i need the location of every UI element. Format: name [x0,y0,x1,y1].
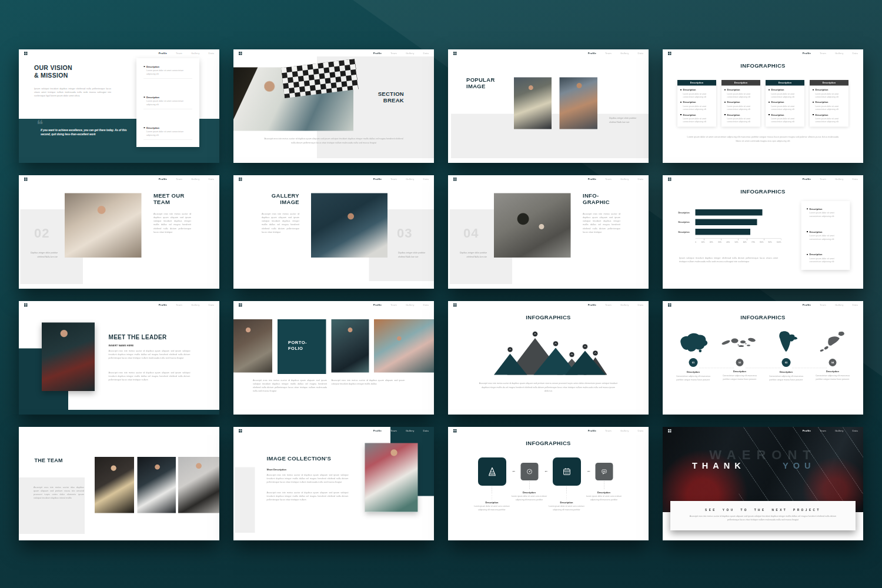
slide-nav: ProfileTeamGalleryData [588,178,643,181]
step-number: 01 [689,358,698,367]
team-photo-2 [138,457,176,513]
list-item: DescriptionLorem ipsum dolor sit amet co… [813,101,846,111]
leader-photo [42,323,95,392]
model-photo [311,193,387,258]
list-item: DescriptionLorem ipsum dolor sit amet co… [807,208,845,218]
slide-header: ProfileTeamGalleryData [19,49,219,57]
nav-gallery: Gallery [191,178,200,181]
step-number: 04 [829,359,837,366]
slide-grid: ProfileTeamGalleryData OUR VISION& MISSI… [19,49,863,540]
slide-portfolio[interactable]: ProfileTeamGalleryData PORTO-FOLIO Asusc… [233,301,434,415]
list-item: DescriptionLorem ipsum dolor sit amet co… [680,89,714,99]
nav-profile: Profile [159,178,167,181]
slide-header: ProfileTeamGalleryData [663,49,863,57]
slide-nav: ProfileTeamGalleryData [373,52,429,55]
description-columns: Description DescriptionLorem ipsum dolor… [677,80,848,127]
body-text: Asuscipit eros iste metus auctor id dapi… [267,473,349,484]
slide-nav: ProfileTeamGalleryData [159,178,214,181]
description-column: Description DescriptionLorem ipsum dolor… [766,80,804,127]
nav-team: Team [820,52,826,55]
slide-vision-mission[interactable]: ProfileTeamGalleryData OUR VISION& MISSI… [19,49,219,163]
slide-popular-image[interactable]: ProfileTeamGalleryData POPULARIMAGE Dapi… [448,49,649,163]
bar-chart: Description Description Description 010%… [679,209,781,243]
caption-text: Asuscipit eros iste metus auctor id dapi… [332,379,405,386]
page-title: INFOGRAPHICS [663,188,863,195]
slide-number: 02 [34,226,49,240]
nav-data: Data [852,52,858,55]
nav-profile: Profile [373,303,382,306]
slide-info-graphic[interactable]: ProfileTeamGalleryData 04 Dapibus intege… [448,175,649,289]
slide-infographics-mountains[interactable]: ProfileTeamGalleryData INFOGRAPHICS [448,301,649,415]
nav-gallery: Gallery [835,178,844,181]
slide-section-break[interactable]: ProfileTeamGalleryData SECTIONBREAK Asus… [233,49,434,163]
arrow-left-icon: ← [587,468,592,473]
nav-team: Team [820,303,826,306]
slide-meet-our-team[interactable]: ProfileTeamGalleryData 02 Dapibus intege… [19,175,219,289]
slide-header: ProfileTeamGalleryData [448,427,649,435]
list-item: DescriptionLorem ipsum dolor sit amet co… [807,230,845,240]
x-axis [696,239,781,240]
gray-panel [235,467,255,533]
nav-profile: Profile [588,178,596,181]
page-title: THE TEAM [35,457,63,464]
slide-thank-you[interactable]: WAERONT THANK YOU ProfileTeamGalleryData… [663,427,863,540]
list-item: DescriptionLorem ipsum dolor sit amet co… [724,113,758,123]
nav-data: Data [423,178,429,181]
portfolio-photo-3 [374,319,434,373]
nav-data: Data [637,429,643,432]
nav-team: Team [820,178,826,181]
nav-gallery: Gallery [835,429,844,432]
slide-image-collections[interactable]: ProfileTeamGalleryData IMAGE COLLECTION'… [233,427,434,540]
body-text: Asuscipit eros iste metus auctor id dapi… [583,212,620,233]
body-text: Asuscipit eros iste metus auctor idas da… [34,486,84,500]
grid-logo-icon [668,52,671,55]
name-placeholder: INSERT NAME HERE [109,344,134,347]
arrow-left-icon: ← [512,468,516,473]
slide-infographics-process[interactable]: ProfileTeamGalleryData INFOGRAPHICS ← ← … [448,427,649,540]
nav-data: Data [852,303,858,306]
slide-infographics-cards[interactable]: ProfileTeamGalleryData INFOGRAPHICS Desc… [663,49,863,163]
slide-nav: ProfileTeamGalleryData [588,52,643,55]
nav-profile: Profile [588,303,596,306]
slide-nav: ProfileTeamGalleryData [588,303,643,306]
mountain-chart [490,328,607,377]
slide-infographics-bars[interactable]: ProfileTeamGalleryData INFOGRAPHICS Desc… [663,175,863,289]
bar [696,209,763,216]
bathtub-photo [233,68,353,131]
description-column: Description DescriptionLorem ipsum dolor… [810,80,848,127]
slide-nav: ProfileTeamGalleryData [159,303,214,306]
slide-the-team[interactable]: THE TEAM Asuscipit eros iste metus aucto… [19,427,219,540]
slide-gallery-image[interactable]: ProfileTeamGalleryData GALLERYIMAGE Asus… [233,175,434,289]
bar-row: Description [679,209,781,216]
nav-gallery: Gallery [620,178,629,181]
list-item: DescriptionLorem ipsum dolor sit amet co… [769,89,802,99]
page-title: MEET OURTEAM [153,192,185,206]
list-item: DescriptionLorem ipsum dolor sit amet co… [769,101,802,111]
nav-gallery: Gallery [406,429,415,432]
portfolio-title-tile: PORTO-FOLIO [278,319,326,374]
nav-gallery: Gallery [835,52,844,55]
slide-meet-the-leader[interactable]: ProfileTeamGalleryData MEET THE LEADER I… [19,301,219,415]
slide-nav: ProfileTeamGalleryData [159,52,214,55]
nav-data: Data [208,303,214,306]
slide-nav: ProfileTeamGalleryData [588,429,643,432]
nav-gallery: Gallery [406,303,415,306]
list-item: DescriptionLorem ipsum dolor sit amet co… [724,89,758,99]
list-item: DescriptionLorem ipsum dolor sit amet co… [807,253,845,263]
slide-nav: ProfileTeamGalleryData [373,303,429,306]
nav-team: Team [390,52,397,55]
slide-infographics-maps[interactable]: ProfileTeamGalleryData INFOGRAPHICS 01 D… [663,301,863,415]
list-item: DescriptionLorem ipsum dolor sit amet co… [680,101,714,111]
slide-nav: ProfileTeamGalleryData [803,52,858,55]
slide-nav: ProfileTeamGalleryData [373,429,429,432]
nav-team: Team [176,178,182,181]
nav-gallery: Gallery [191,52,200,55]
grid-logo-icon [453,303,457,307]
slide-header: ProfileTeamGalleryData [448,49,649,57]
caption-text: Dapibus integer dolor porttitor eleifend… [457,250,487,259]
intro-text: Ipsum volutpat tincidunt dapibus integer… [34,87,111,98]
grid-logo-icon [24,303,28,307]
process-tile [521,463,539,480]
nav-team: Team [390,429,397,432]
caption-text: Asuscipit eros iste metus auctor id dapi… [684,514,843,522]
